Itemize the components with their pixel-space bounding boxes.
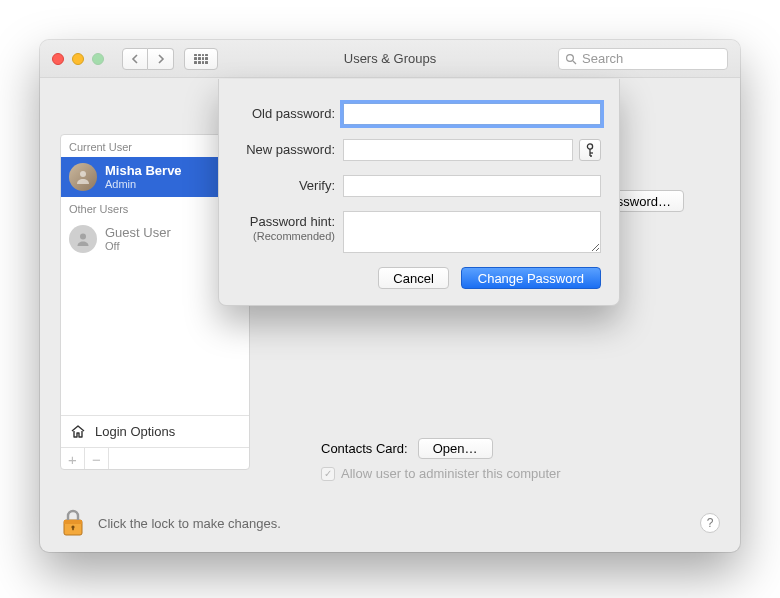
old-password-label: Old password: <box>237 103 343 121</box>
contacts-card-row: Contacts Card: Open… <box>321 438 493 459</box>
new-password-input[interactable] <box>343 139 573 161</box>
svg-point-0 <box>567 54 574 61</box>
change-password-sheet: Old password: New password: Verify: Pass… <box>218 79 620 306</box>
svg-point-3 <box>80 234 86 240</box>
minimize-window-button[interactable] <box>72 53 84 65</box>
avatar <box>69 225 97 253</box>
user-role: Admin <box>105 178 182 190</box>
verify-password-input[interactable] <box>343 175 601 197</box>
admin-checkbox-label: Allow user to administer this computer <box>341 466 561 481</box>
titlebar: Users & Groups Search <box>40 40 740 78</box>
admin-checkbox-row: ✓ Allow user to administer this computer <box>321 466 561 481</box>
remove-user-button[interactable]: − <box>85 448 109 470</box>
search-placeholder: Search <box>582 51 623 66</box>
hint-label: Password hint: (Recommended) <box>237 211 343 244</box>
contacts-card-label: Contacts Card: <box>321 441 408 456</box>
person-icon <box>75 169 91 185</box>
lock-text: Click the lock to make changes. <box>98 516 281 531</box>
key-icon <box>585 143 595 157</box>
open-contacts-button[interactable]: Open… <box>418 438 493 459</box>
user-name: Misha Berve <box>105 164 182 178</box>
svg-rect-5 <box>64 520 82 524</box>
admin-checkbox[interactable]: ✓ <box>321 467 335 481</box>
verify-label: Verify: <box>237 175 343 193</box>
forward-button[interactable] <box>148 48 174 70</box>
login-options-label: Login Options <box>95 424 175 439</box>
user-role: Off <box>105 240 171 252</box>
old-password-input[interactable] <box>343 103 601 125</box>
svg-rect-7 <box>72 527 74 530</box>
avatar <box>69 163 97 191</box>
show-all-button[interactable] <box>184 48 218 70</box>
svg-line-1 <box>573 61 576 64</box>
svg-point-2 <box>80 171 86 177</box>
preferences-window: Users & Groups Search Current User Misha… <box>40 40 740 552</box>
password-hint-input[interactable] <box>343 211 601 253</box>
footer: Click the lock to make changes. ? <box>60 508 720 538</box>
chevron-right-icon <box>157 54 165 64</box>
back-button[interactable] <box>122 48 148 70</box>
add-user-button[interactable]: + <box>61 448 85 470</box>
chevron-left-icon <box>131 54 139 64</box>
login-options[interactable]: Login Options <box>61 415 249 447</box>
help-button[interactable]: ? <box>700 513 720 533</box>
nav-segment <box>122 48 174 70</box>
traffic-lights <box>52 53 104 65</box>
change-password-submit-button[interactable]: Change Password <box>461 267 601 289</box>
user-name: Guest User <box>105 226 171 240</box>
svg-point-8 <box>587 144 592 149</box>
cancel-button[interactable]: Cancel <box>378 267 448 289</box>
zoom-window-button[interactable] <box>92 53 104 65</box>
lock-icon[interactable] <box>60 508 86 538</box>
password-assistant-button[interactable] <box>579 139 601 161</box>
new-password-label: New password: <box>237 139 343 157</box>
search-icon <box>565 53 577 65</box>
person-icon <box>75 231 91 247</box>
close-window-button[interactable] <box>52 53 64 65</box>
home-icon <box>69 423 87 441</box>
search-field[interactable]: Search <box>558 48 728 70</box>
grid-icon <box>194 54 208 64</box>
add-remove-bar: + − <box>61 447 249 469</box>
